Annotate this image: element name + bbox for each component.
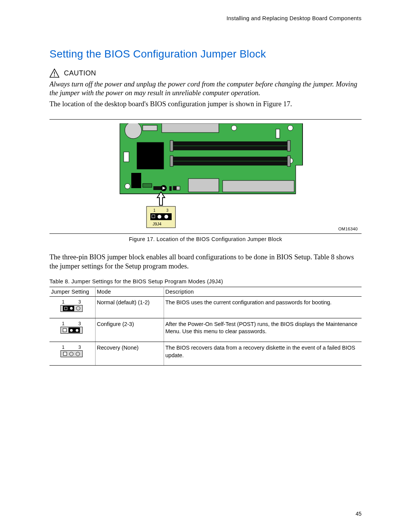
svg-rect-16	[170, 141, 173, 151]
svg-rect-12	[276, 129, 280, 138]
cell-desc: After the Power-On Self-Test (POST) runs…	[164, 318, 362, 342]
cell-mode: Normal (default) (1-2)	[95, 296, 164, 318]
svg-point-9	[125, 123, 142, 139]
col-header-jumper: Jumper Setting	[49, 287, 95, 296]
col-header-desc: Description	[164, 287, 362, 296]
page-number: 45	[355, 511, 362, 517]
running-header: Installing and Replacing Desktop Board C…	[49, 15, 362, 21]
svg-rect-18	[171, 157, 289, 161]
figure-17: 1 3 J9J4 OM16340	[49, 119, 362, 234]
svg-rect-28	[169, 186, 172, 191]
svg-rect-21	[287, 156, 290, 166]
caution-triangle-icon	[49, 69, 59, 78]
svg-rect-14	[171, 142, 289, 145]
figure-caption: Figure 17. Location of the BIOS Configur…	[49, 236, 362, 242]
svg-rect-20	[170, 156, 173, 166]
svg-rect-31	[223, 181, 294, 192]
svg-text:1: 1	[153, 208, 156, 212]
svg-rect-30	[173, 186, 177, 190]
document-page: Installing and Replacing Desktop Board C…	[0, 0, 411, 532]
svg-rect-4	[296, 165, 303, 194]
svg-rect-17	[287, 141, 290, 151]
section-heading: Setting the BIOS Configuration Jumper Bl…	[49, 48, 362, 60]
paragraph-table-intro: The three-pin BIOS jumper block enables …	[49, 253, 362, 270]
table-row: 13 Normal (default) (1-2) The BIOS uses …	[49, 296, 362, 318]
col-header-mode: Mode	[95, 287, 164, 296]
jumper-recovery-icon	[61, 350, 83, 357]
table-row: 13 Configure (2-3) After the Power-On Se…	[49, 318, 362, 342]
svg-rect-15	[171, 146, 289, 150]
cell-desc: The BIOS uses the current configuration …	[164, 296, 362, 318]
caution-heading-row: CAUTION	[49, 69, 362, 78]
svg-rect-13	[137, 142, 164, 169]
jumper-settings-table: Jumper Setting Mode Description 13 Norma…	[49, 287, 362, 366]
jumper-normal-icon	[61, 305, 83, 312]
svg-rect-19	[171, 161, 289, 165]
table-row: 13 Recovery (None) The BIOS recovers dat…	[49, 342, 362, 365]
svg-rect-38	[152, 215, 155, 218]
svg-rect-11	[162, 123, 219, 133]
svg-text:3: 3	[166, 208, 169, 212]
jumper-callout-label: J9J4	[153, 222, 161, 226]
svg-rect-25	[153, 186, 162, 190]
svg-point-5	[231, 125, 237, 131]
caution-label: CAUTION	[64, 69, 96, 77]
svg-rect-23	[131, 173, 141, 188]
cell-desc: The BIOS recovers data from a recovery d…	[164, 342, 362, 365]
svg-rect-24	[143, 184, 152, 187]
motherboard-diagram-icon: 1 3 J9J4	[49, 123, 362, 232]
caution-body: Always turn off the power and unplug the…	[49, 80, 362, 97]
svg-point-40	[164, 215, 168, 219]
table-title: Table 8. Jumper Settings for the BIOS Se…	[49, 278, 362, 284]
svg-point-39	[158, 215, 161, 219]
svg-rect-32	[188, 179, 219, 192]
svg-point-7	[125, 184, 130, 189]
svg-point-2	[54, 75, 55, 77]
jumper-configure-icon	[61, 327, 83, 334]
svg-rect-10	[143, 125, 157, 131]
svg-rect-22	[124, 152, 129, 162]
figure-id: OM16340	[338, 227, 358, 231]
cell-mode: Recovery (None)	[95, 342, 164, 365]
paragraph-location: The location of the desktop board's BIOS…	[49, 100, 362, 109]
svg-point-6	[288, 125, 293, 131]
cell-mode: Configure (2-3)	[95, 318, 164, 342]
